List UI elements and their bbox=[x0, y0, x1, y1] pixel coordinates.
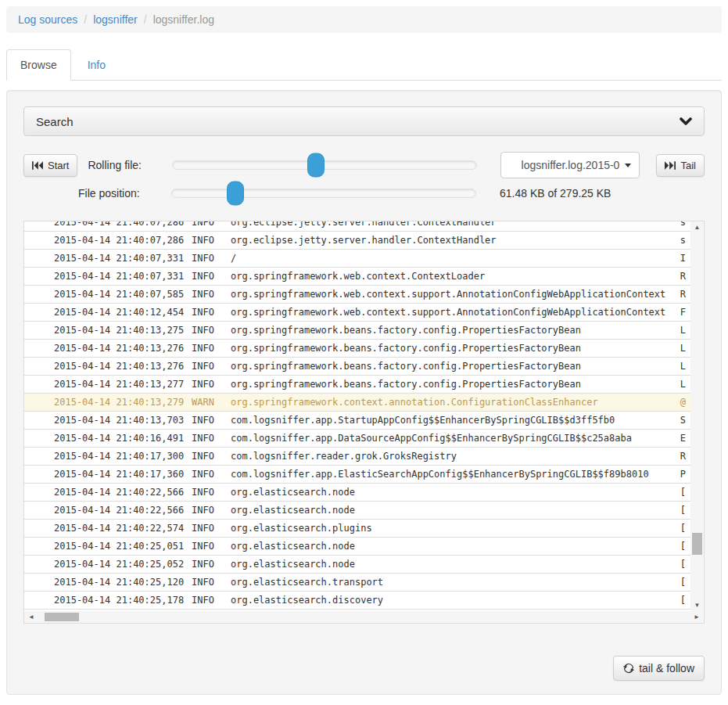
search-panel-title: Search bbox=[36, 115, 74, 128]
log-row-timestamp: 2015-04-14 21:40:25,051 bbox=[54, 541, 192, 552]
file-position-text: 61.48 KB of 279.25 KB bbox=[500, 187, 611, 200]
search-accordion-toggle[interactable]: Search bbox=[23, 106, 705, 136]
log-row-message: [ bbox=[680, 577, 686, 588]
log-row-message: R bbox=[680, 451, 686, 462]
rolling-file-label: Rolling file: bbox=[88, 159, 172, 171]
log-row-message: @ bbox=[680, 397, 686, 408]
log-row-level: INFO bbox=[192, 361, 231, 372]
log-row-timestamp: 2015-04-14 21:40:25,178 bbox=[54, 595, 192, 606]
tail-and-follow-button[interactable]: tail & follow bbox=[613, 656, 705, 681]
rolling-file-slider[interactable] bbox=[172, 160, 477, 170]
log-row[interactable]: 2015-04-14 21:40:25,178 INFO org.elastic… bbox=[24, 592, 690, 610]
log-row-timestamp: 2015-04-14 21:40:07,331 bbox=[54, 253, 192, 264]
log-row-timestamp: 2015-04-14 21:40:13,279 bbox=[54, 397, 192, 408]
log-row[interactable]: 2015-04-14 21:40:16,491 INFO com.logsnif… bbox=[24, 430, 690, 448]
log-row-timestamp: 2015-04-14 21:40:13,277 bbox=[54, 379, 192, 390]
log-row-level: INFO bbox=[192, 577, 231, 588]
log-row[interactable]: 2015-04-14 21:40:07,286 INFO org.eclipse… bbox=[24, 232, 690, 250]
step-forward-icon bbox=[665, 161, 676, 170]
log-row-message: [ bbox=[680, 487, 686, 498]
log-row[interactable]: 2015-04-14 21:40:17,360 INFO com.logsnif… bbox=[24, 466, 690, 484]
log-row[interactable]: 2015-04-14 21:40:13,279 WARN org.springf… bbox=[24, 394, 690, 412]
log-row-logger: org.elasticsearch.node bbox=[231, 487, 690, 498]
breadcrumb-current-log-file: logsniffer.log bbox=[153, 13, 214, 26]
log-row-message: I bbox=[680, 253, 686, 264]
log-row-timestamp: 2015-04-14 21:40:07,286 bbox=[54, 235, 192, 246]
log-row[interactable]: 2015-04-14 21:40:13,276 INFO org.springf… bbox=[24, 358, 690, 376]
log-row-level: INFO bbox=[192, 271, 231, 282]
breadcrumb-log-sources[interactable]: Log sources bbox=[18, 13, 77, 26]
log-row-level: INFO bbox=[192, 221, 231, 228]
horizontal-scrollbar[interactable]: ◄ ► bbox=[24, 611, 704, 623]
log-row[interactable]: 2015-04-14 21:40:25,051 INFO org.elastic… bbox=[24, 538, 690, 556]
viewer-footer: tail & follow bbox=[23, 656, 705, 681]
step-backward-icon bbox=[32, 161, 43, 170]
log-row[interactable]: 2015-04-14 21:40:13,703 INFO com.logsnif… bbox=[24, 412, 690, 430]
breadcrumb: Log sources / logsniffer / logsniffer.lo… bbox=[6, 6, 722, 33]
log-row-logger: org.springframework.web.context.ContextL… bbox=[231, 271, 690, 282]
log-row[interactable]: 2015-04-14 21:40:22,566 INFO org.elastic… bbox=[24, 502, 690, 520]
rolled-file-select[interactable]: logsniffer.log.2015-0 bbox=[500, 152, 640, 178]
log-row-level: INFO bbox=[192, 235, 231, 246]
scroll-right-arrow-icon[interactable]: ► bbox=[694, 613, 700, 620]
log-entries-viewport: 2015-04-14 21:40:07,286 INFO org.eclipse… bbox=[23, 221, 705, 624]
vertical-scrollbar-thumb[interactable] bbox=[692, 533, 702, 555]
log-row-message: P bbox=[680, 469, 686, 480]
log-row[interactable]: 2015-04-14 21:40:22,566 INFO org.elastic… bbox=[24, 484, 690, 502]
log-row[interactable]: 2015-04-14 21:40:13,277 INFO org.springf… bbox=[24, 376, 690, 394]
log-row-level: INFO bbox=[192, 289, 231, 300]
breadcrumb-logsniffer[interactable]: logsniffer bbox=[93, 13, 138, 26]
log-row[interactable]: 2015-04-14 21:40:07,331 INFO / I bbox=[24, 250, 690, 268]
scroll-up-arrow-icon[interactable]: ▲ bbox=[690, 224, 704, 231]
log-row-logger: org.elasticsearch.node bbox=[231, 505, 690, 516]
tail-button[interactable]: Tail bbox=[656, 154, 705, 177]
log-row-logger: org.springframework.web.context.support.… bbox=[231, 307, 690, 318]
log-row-timestamp: 2015-04-14 21:40:25,120 bbox=[54, 577, 192, 588]
tab-bar: Browse Info bbox=[6, 49, 722, 81]
log-row-logger: org.elasticsearch.node bbox=[231, 541, 690, 552]
rolling-file-slider-thumb[interactable] bbox=[307, 153, 325, 178]
tab-info[interactable]: Info bbox=[74, 49, 120, 81]
log-row[interactable]: 2015-04-14 21:40:12,454 INFO org.springf… bbox=[24, 304, 690, 322]
log-row[interactable]: 2015-04-14 21:40:07,286 INFO org.eclipse… bbox=[24, 221, 690, 232]
log-row[interactable]: 2015-04-14 21:40:25,120 INFO org.elastic… bbox=[24, 574, 690, 592]
browse-panel: Search Start Rolling file: bbox=[6, 90, 722, 695]
file-position-slider-thumb[interactable] bbox=[227, 182, 244, 206]
log-row-timestamp: 2015-04-14 21:40:07,286 bbox=[54, 221, 192, 228]
scroll-down-arrow-icon[interactable]: ▼ bbox=[690, 602, 704, 609]
log-row[interactable]: 2015-04-14 21:40:22,574 INFO org.elastic… bbox=[24, 520, 690, 538]
log-row-level: INFO bbox=[192, 307, 231, 318]
start-button[interactable]: Start bbox=[23, 154, 77, 177]
log-row-message: L bbox=[680, 379, 686, 390]
log-row-level: WARN bbox=[192, 397, 231, 408]
log-row-level: INFO bbox=[192, 379, 231, 390]
log-row-message: S bbox=[680, 415, 686, 426]
log-row-message: R bbox=[680, 271, 686, 282]
tab-browse[interactable]: Browse bbox=[6, 49, 71, 81]
log-row-level: INFO bbox=[192, 469, 231, 480]
log-row-message: [ bbox=[680, 559, 686, 570]
log-viewer-page: Log sources / logsniffer / logsniffer.lo… bbox=[0, 6, 728, 705]
log-row[interactable]: 2015-04-14 21:40:07,585 INFO org.springf… bbox=[24, 286, 690, 304]
chevron-down-icon bbox=[680, 117, 692, 126]
log-row[interactable]: 2015-04-14 21:40:13,275 INFO org.springf… bbox=[24, 322, 690, 340]
rolling-file-row: Start Rolling file: logsniffer.log.2015-… bbox=[23, 152, 705, 178]
file-position-row: File position: 61.48 KB of 279.25 KB bbox=[23, 180, 705, 207]
log-entries-table: 2015-04-14 21:40:07,286 INFO org.eclipse… bbox=[24, 221, 690, 610]
log-row-level: INFO bbox=[192, 523, 231, 534]
vertical-scrollbar[interactable]: ▲ ▼ bbox=[690, 221, 704, 611]
log-row-timestamp: 2015-04-14 21:40:07,331 bbox=[54, 271, 192, 282]
log-row[interactable]: 2015-04-14 21:40:07,331 INFO org.springf… bbox=[24, 268, 690, 286]
log-row[interactable]: 2015-04-14 21:40:25,052 INFO org.elastic… bbox=[24, 556, 690, 574]
scroll-left-arrow-icon[interactable]: ◄ bbox=[28, 613, 34, 620]
log-row-message: [ bbox=[680, 541, 686, 552]
file-position-slider[interactable] bbox=[171, 189, 476, 198]
log-row-logger: org.springframework.beans.factory.config… bbox=[231, 343, 690, 354]
log-row[interactable]: 2015-04-14 21:40:17,300 INFO com.logsnif… bbox=[24, 448, 690, 466]
log-row[interactable]: 2015-04-14 21:40:13,276 INFO org.springf… bbox=[24, 340, 690, 358]
horizontal-scrollbar-thumb[interactable] bbox=[45, 613, 79, 621]
log-row-level: INFO bbox=[192, 325, 231, 336]
tail-button-label: Tail bbox=[680, 160, 696, 171]
log-row-logger: com.logsniffer.reader.grok.GroksRegistry bbox=[231, 451, 690, 462]
breadcrumb-separator: / bbox=[144, 13, 147, 26]
